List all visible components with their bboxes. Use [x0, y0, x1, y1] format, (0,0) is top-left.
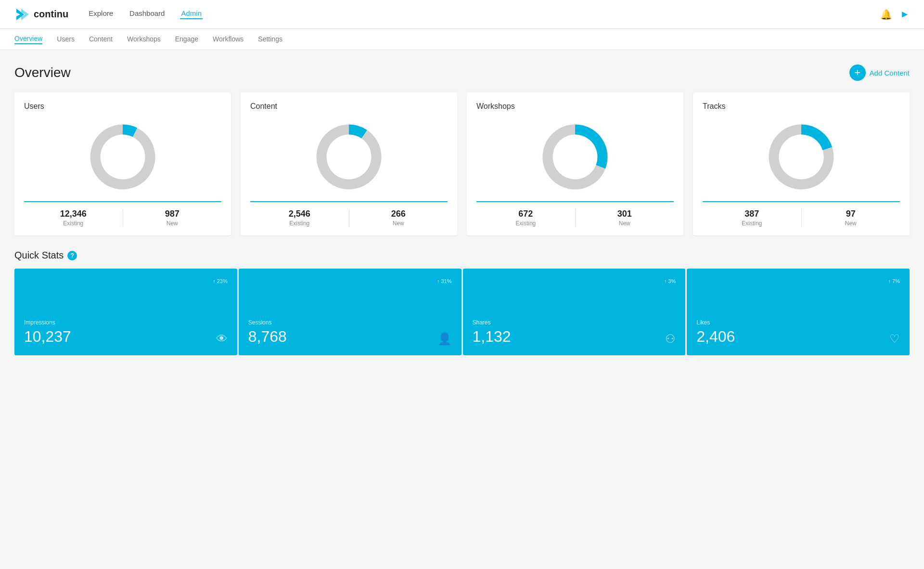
quick-stat-0: ↑ 23% Impressions 10,237 👁	[14, 269, 237, 355]
overview-title: Overview	[14, 65, 71, 80]
stat-badge-1: ↑ 31%	[437, 278, 452, 284]
add-content-button[interactable]: + Add Content	[849, 65, 910, 81]
nav-admin[interactable]: Admin	[180, 9, 203, 19]
stat-new-value-content: 266	[349, 209, 448, 219]
donut-workshops	[476, 118, 674, 195]
top-nav-links: Explore Dashboard Admin	[88, 9, 880, 19]
stat-existing-label-tracks: Existing	[703, 220, 801, 227]
donut-tracks	[703, 118, 900, 195]
card-users: Users 12,346 Existing 987 New	[14, 92, 231, 235]
stat-existing-users: 12,346 Existing	[24, 209, 123, 227]
cards-row: Users 12,346 Existing 987 New Content	[14, 92, 910, 235]
card-stats-tracks: 387 Existing 97 New	[703, 201, 900, 235]
main-content: Overview + Add Content Users 12,346 Exis…	[0, 50, 924, 569]
stat-card-value-0: 10,237	[24, 328, 228, 346]
quick-stat-1: ↑ 31% Sessions 8,768 👤	[239, 269, 462, 355]
stat-card-label-1: Sessions	[248, 319, 452, 326]
stat-card-icon-0: 👁	[216, 332, 228, 346]
stat-new-label-workshops: New	[576, 220, 674, 227]
stat-card-label-2: Shares	[473, 319, 676, 326]
logo[interactable]: continu	[14, 7, 68, 22]
stat-new-workshops: 301 New	[576, 209, 674, 227]
forward-arrow-icon[interactable]: ►	[900, 9, 910, 20]
add-content-label: Add Content	[870, 69, 910, 77]
stat-card-label-0: Impressions	[24, 319, 228, 326]
stat-card-icon-2: ⚇	[665, 332, 676, 346]
quick-stat-3: ↑ 7% Likes 2,406 ♡	[687, 269, 910, 355]
quick-stats-row: ↑ 23% Impressions 10,237 👁 ↑ 31% Session…	[14, 269, 910, 355]
overview-header: Overview + Add Content	[14, 65, 910, 81]
stat-card-label-3: Likes	[696, 319, 900, 326]
stat-card-value-2: 1,132	[473, 328, 676, 346]
stat-existing-label-users: Existing	[24, 220, 123, 227]
subnav-users[interactable]: Users	[57, 35, 75, 44]
donut-users	[24, 118, 221, 195]
top-navigation: continu Explore Dashboard Admin 🔔 ►	[0, 0, 924, 29]
sub-navigation: Overview Users Content Workshops Engage …	[0, 29, 924, 50]
stat-new-value-workshops: 301	[576, 209, 674, 219]
stat-existing-value-content: 2,546	[250, 209, 349, 219]
add-content-icon: +	[849, 65, 866, 81]
nav-explore[interactable]: Explore	[88, 9, 114, 19]
card-stats-workshops: 672 Existing 301 New	[476, 201, 674, 235]
stat-existing-value-tracks: 387	[703, 209, 801, 219]
stat-badge-0: ↑ 23%	[213, 278, 228, 284]
card-stats-users: 12,346 Existing 987 New	[24, 201, 221, 235]
card-title-content: Content	[250, 102, 448, 111]
stat-badge-2: ↑ 3%	[664, 278, 676, 284]
subnav-workflows[interactable]: Workflows	[213, 35, 244, 44]
quick-stats-title: Quick Stats	[14, 250, 64, 261]
stat-existing-value-users: 12,346	[24, 209, 123, 219]
stat-existing-tracks: 387 Existing	[703, 209, 801, 227]
quick-stats-header: Quick Stats ?	[14, 250, 910, 261]
subnav-engage[interactable]: Engage	[175, 35, 198, 44]
subnav-content[interactable]: Content	[89, 35, 113, 44]
card-content: Content 2,546 Existing 266 New	[241, 92, 457, 235]
stat-new-value-users: 987	[123, 209, 222, 219]
logo-text: continu	[34, 9, 68, 20]
donut-content	[250, 118, 448, 195]
logo-icon	[14, 7, 30, 22]
subnav-workshops[interactable]: Workshops	[127, 35, 161, 44]
notification-icon[interactable]: 🔔	[880, 9, 892, 20]
stat-existing-content: 2,546 Existing	[250, 209, 349, 227]
stat-existing-label-workshops: Existing	[476, 220, 575, 227]
subnav-overview[interactable]: Overview	[14, 35, 42, 44]
stat-new-content: 266 New	[349, 209, 448, 227]
stat-card-icon-1: 👤	[437, 332, 452, 346]
stat-new-label-content: New	[349, 220, 448, 227]
stat-new-label-tracks: New	[802, 220, 900, 227]
card-title-tracks: Tracks	[703, 102, 900, 111]
stat-badge-3: ↑ 7%	[888, 278, 900, 284]
stat-new-label-users: New	[123, 220, 222, 227]
stat-existing-workshops: 672 Existing	[476, 209, 575, 227]
card-title-users: Users	[24, 102, 221, 111]
card-tracks: Tracks 387 Existing 97 New	[693, 92, 910, 235]
nav-dashboard[interactable]: Dashboard	[128, 9, 166, 19]
stat-existing-label-content: Existing	[250, 220, 349, 227]
stat-new-value-tracks: 97	[802, 209, 900, 219]
stat-new-tracks: 97 New	[802, 209, 900, 227]
help-icon[interactable]: ?	[67, 251, 77, 260]
subnav-settings[interactable]: Settings	[258, 35, 282, 44]
card-workshops: Workshops 672 Existing 301 New	[467, 92, 683, 235]
top-nav-icons: 🔔 ►	[880, 9, 910, 20]
card-stats-content: 2,546 Existing 266 New	[250, 201, 448, 235]
quick-stat-2: ↑ 3% Shares 1,132 ⚇	[463, 269, 686, 355]
stat-new-users: 987 New	[123, 209, 222, 227]
stat-existing-value-workshops: 672	[476, 209, 575, 219]
stat-card-value-1: 8,768	[248, 328, 452, 346]
stat-card-icon-3: ♡	[889, 332, 900, 346]
stat-card-value-3: 2,406	[696, 328, 900, 346]
card-title-workshops: Workshops	[476, 102, 674, 111]
